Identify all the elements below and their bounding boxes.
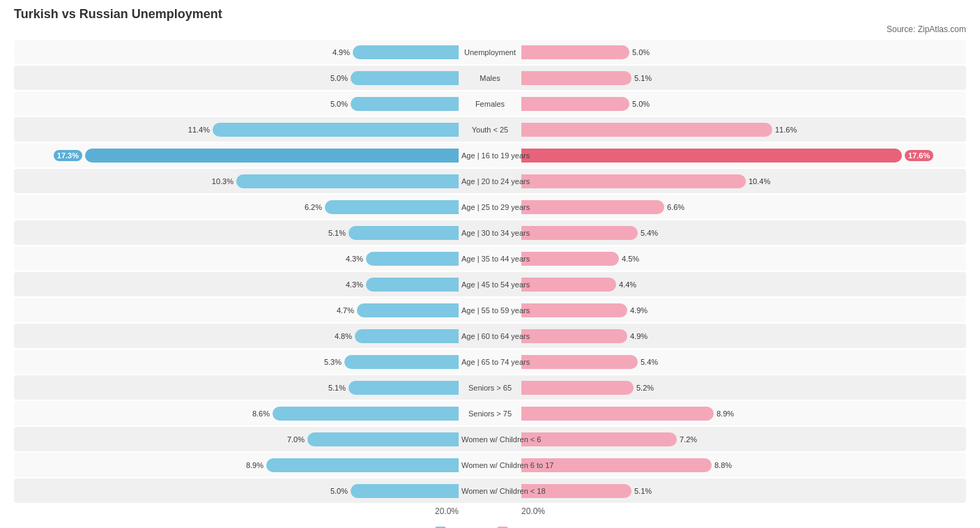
left-value: 10.3% bbox=[212, 177, 233, 186]
right-bar-container: 5.0% bbox=[519, 45, 966, 59]
right-bar-container: 11.6% bbox=[519, 123, 966, 137]
axis-row: 20.0% 20.0% bbox=[14, 504, 966, 518]
row-label: Seniors > 65 bbox=[461, 384, 519, 392]
right-value: 4.9% bbox=[630, 332, 648, 340]
left-value: 4.7% bbox=[337, 306, 354, 315]
left-bar-container: 5.0% bbox=[14, 71, 461, 85]
left-bar-container: 10.3% bbox=[14, 174, 461, 188]
row-label: Age | 55 to 59 years bbox=[461, 306, 519, 315]
right-value: 4.9% bbox=[630, 306, 648, 315]
row-label: Age | 65 to 74 years bbox=[461, 358, 519, 366]
right-value: 5.0% bbox=[632, 48, 650, 56]
left-bar-container: 4.8% bbox=[14, 329, 461, 343]
right-bar bbox=[521, 97, 629, 111]
left-bar bbox=[266, 458, 459, 472]
left-value: 6.2% bbox=[305, 203, 322, 211]
left-value: 11.4% bbox=[188, 126, 210, 134]
left-bar-container: 5.1% bbox=[14, 381, 461, 395]
left-bar bbox=[273, 407, 459, 421]
right-bar-container: 4.5% bbox=[519, 252, 966, 266]
right-value: 11.6% bbox=[775, 126, 797, 134]
right-value: 5.1% bbox=[634, 74, 652, 82]
left-bar bbox=[344, 355, 459, 369]
row-label: Age | 60 to 64 years bbox=[461, 332, 519, 340]
right-bar bbox=[521, 355, 638, 369]
left-value: 5.0% bbox=[330, 100, 348, 108]
row-label: Age | 20 to 24 years bbox=[461, 177, 519, 186]
row-label: Women w/ Children 6 to 17 bbox=[461, 461, 519, 469]
right-bar bbox=[521, 149, 902, 163]
chart-row: 4.3% Age | 35 to 44 years 4.5% bbox=[14, 246, 966, 271]
left-value: 17.3% bbox=[54, 150, 82, 161]
right-bar-container: 10.4% bbox=[519, 174, 966, 188]
left-bar bbox=[353, 45, 459, 59]
left-bar-container: 4.9% bbox=[14, 45, 461, 59]
chart-row: 5.0% Women w/ Children < 18 5.1% bbox=[14, 478, 966, 503]
left-bar bbox=[351, 97, 459, 111]
left-bar bbox=[307, 432, 459, 446]
row-label: Age | 45 to 54 years bbox=[461, 280, 519, 289]
right-value: 8.8% bbox=[714, 461, 732, 469]
left-value: 7.0% bbox=[287, 435, 305, 444]
right-bar-container: 17.6% bbox=[519, 149, 966, 163]
left-bar-container: 7.0% bbox=[14, 432, 461, 446]
left-value: 4.3% bbox=[346, 255, 363, 263]
right-bar bbox=[521, 432, 677, 446]
right-bar-container: 4.9% bbox=[519, 303, 966, 317]
right-bar-container: 5.2% bbox=[519, 381, 966, 395]
left-bar bbox=[85, 149, 459, 163]
right-value: 5.2% bbox=[636, 384, 654, 392]
left-value: 8.6% bbox=[252, 409, 270, 418]
left-value: 4.3% bbox=[346, 280, 363, 289]
chart-row: 5.1% Seniors > 65 5.2% bbox=[14, 375, 966, 400]
row-label: Youth < 25 bbox=[461, 126, 519, 134]
left-value: 5.0% bbox=[330, 74, 348, 82]
axis-left-label: 20.0% bbox=[14, 506, 461, 516]
left-bar bbox=[351, 484, 459, 498]
chart-row: 4.9% Unemployment 5.0% bbox=[14, 40, 966, 64]
left-bar bbox=[213, 123, 459, 137]
right-bar-container: 8.9% bbox=[519, 407, 966, 421]
left-value: 5.1% bbox=[328, 384, 346, 392]
right-value: 8.9% bbox=[717, 409, 734, 418]
right-bar bbox=[521, 45, 629, 59]
left-bar-container: 5.0% bbox=[14, 484, 461, 498]
right-bar-container: 6.6% bbox=[519, 200, 966, 214]
left-value: 4.8% bbox=[335, 332, 352, 340]
right-value: 6.6% bbox=[667, 203, 684, 211]
chart-row: 8.6% Seniors > 75 8.9% bbox=[14, 401, 966, 425]
right-bar-container: 5.1% bbox=[519, 484, 966, 498]
chart-row: 6.2% Age | 25 to 29 years 6.6% bbox=[14, 195, 966, 219]
chart-area: 4.9% Unemployment 5.0% 5.0% Males 5.1% 5… bbox=[14, 40, 966, 503]
left-value: 5.3% bbox=[324, 358, 342, 366]
left-bar bbox=[349, 226, 459, 240]
right-bar-container: 4.9% bbox=[519, 329, 966, 343]
left-bar bbox=[355, 329, 459, 343]
right-bar bbox=[521, 381, 634, 395]
chart-row: 4.7% Age | 55 to 59 years 4.9% bbox=[14, 298, 966, 322]
row-label: Women w/ Children < 6 bbox=[461, 435, 519, 444]
chart-row: 11.4% Youth < 25 11.6% bbox=[14, 117, 966, 142]
right-bar-container: 5.1% bbox=[519, 71, 966, 85]
right-bar bbox=[521, 329, 627, 343]
left-bar bbox=[236, 174, 459, 188]
chart-row: 8.9% Women w/ Children 6 to 17 8.8% bbox=[14, 453, 966, 477]
left-bar bbox=[351, 71, 459, 85]
row-label: Seniors > 75 bbox=[461, 409, 519, 418]
row-label: Unemployment bbox=[461, 48, 519, 56]
left-bar bbox=[349, 381, 459, 395]
row-label: Age | 35 to 44 years bbox=[461, 255, 519, 263]
chart-row: 4.8% Age | 60 to 64 years 4.9% bbox=[14, 324, 966, 348]
row-label: Age | 25 to 29 years bbox=[461, 203, 519, 211]
right-bar-container: 7.2% bbox=[519, 432, 966, 446]
right-value: 5.0% bbox=[632, 100, 650, 108]
right-bar-container: 5.4% bbox=[519, 355, 966, 369]
row-label: Age | 30 to 34 years bbox=[461, 229, 519, 237]
right-bar-container: 5.4% bbox=[519, 226, 966, 240]
left-bar-container: 4.3% bbox=[14, 252, 461, 266]
left-bar bbox=[325, 200, 459, 214]
right-value: 5.1% bbox=[634, 487, 652, 495]
right-value: 5.4% bbox=[641, 358, 658, 366]
chart-row: 5.0% Males 5.1% bbox=[14, 66, 966, 90]
right-bar bbox=[521, 174, 746, 188]
